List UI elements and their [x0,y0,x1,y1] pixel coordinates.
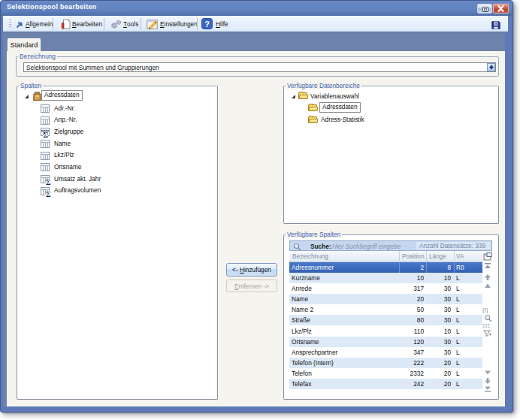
svg-text:?: ? [204,20,210,29]
